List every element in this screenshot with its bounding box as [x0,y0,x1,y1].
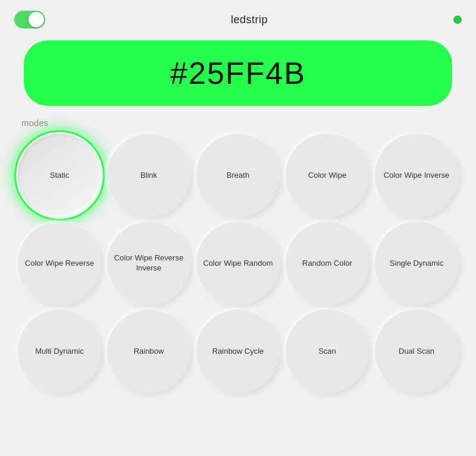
mode-button-color-wipe-random[interactable]: Color Wipe Random [196,222,280,305]
mode-button-blink[interactable]: Blink [107,134,190,217]
status-indicator [453,15,462,24]
mode-button-random-color[interactable]: Random Color [286,222,369,305]
mode-button-breath[interactable]: Breath [196,134,280,217]
mode-button-static[interactable]: Static [18,134,101,217]
mode-button-dual-scan[interactable]: Dual Scan [375,310,458,393]
modes-grid: StaticBlinkBreathColor WipeColor Wipe In… [18,134,458,393]
color-hex-value: #25FF4B [170,55,306,91]
mode-button-color-wipe-reverse-inverse[interactable]: Color Wipe Reverse Inverse [107,222,190,305]
header: ledstrip [0,0,476,34]
mode-button-single-dynamic[interactable]: Single Dynamic [375,222,458,305]
power-toggle[interactable] [14,11,45,29]
modes-section: modes StaticBlinkBreathColor WipeColor W… [0,118,476,393]
mode-button-color-wipe[interactable]: Color Wipe [286,134,369,217]
mode-button-multi-dynamic[interactable]: Multi Dynamic [18,310,101,393]
toggle-knob [29,12,44,27]
mode-button-rainbow[interactable]: Rainbow [107,310,190,393]
app-title: ledstrip [231,14,268,26]
mode-button-color-wipe-reverse[interactable]: Color Wipe Reverse [18,222,101,305]
mode-button-scan[interactable]: Scan [286,310,369,393]
color-display[interactable]: #25FF4B [24,40,452,106]
modes-label: modes [18,118,458,128]
mode-button-rainbow-cycle[interactable]: Rainbow Cycle [196,310,280,393]
mode-button-color-wipe-inverse[interactable]: Color Wipe Inverse [375,134,458,217]
